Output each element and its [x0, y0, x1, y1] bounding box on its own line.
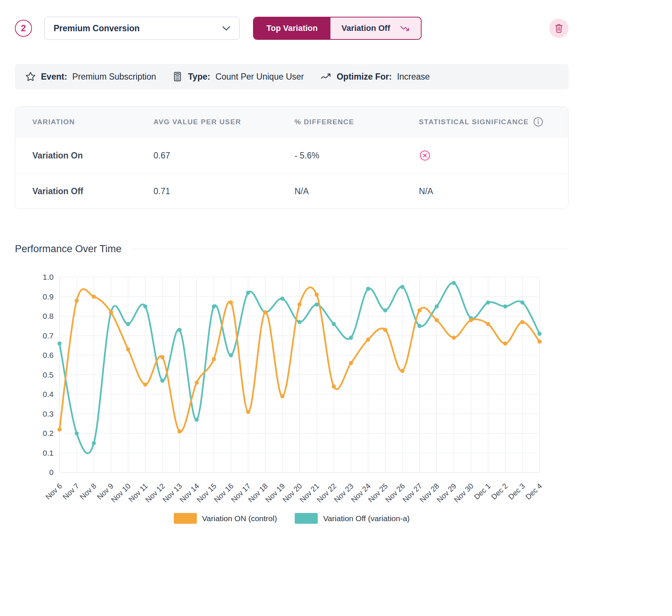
- svg-text:0.9: 0.9: [43, 292, 54, 301]
- chevron-down-icon: [222, 26, 230, 31]
- optimize-value: Increase: [397, 72, 430, 82]
- legend-label: Variation Off (variation-a): [323, 514, 410, 523]
- svg-text:0.1: 0.1: [43, 449, 54, 457]
- delete-metric-button[interactable]: [549, 19, 569, 38]
- column-header-avg-value: Avg Value Per User: [154, 107, 295, 137]
- trending-up-icon: [320, 72, 332, 81]
- svg-text:Nov 7: Nov 7: [61, 482, 81, 501]
- significance-cell: N/A: [419, 174, 568, 209]
- chart-legend: Variation ON (control) Variation Off (va…: [15, 513, 569, 524]
- summary-event: Event: Premium Subscription: [25, 71, 156, 82]
- metric-selector[interactable]: Premium Conversion: [44, 17, 240, 40]
- svg-text:1.0: 1.0: [43, 273, 54, 281]
- svg-text:Dec 3: Dec 3: [507, 482, 527, 501]
- legend-item-variation-on[interactable]: Variation ON (control): [174, 513, 277, 524]
- star-icon: [25, 71, 36, 82]
- optimize-label: Optimize For:: [337, 72, 392, 82]
- metric-summary-bar: Event: Premium Subscription Type: Count …: [15, 64, 569, 89]
- svg-text:0.3: 0.3: [43, 410, 54, 418]
- section-divider: [131, 249, 569, 249]
- column-header-significance: Statistical Significance: [419, 107, 568, 137]
- event-value: Premium Subscription: [72, 72, 156, 82]
- section-title: Performance Over Time: [15, 243, 122, 255]
- legend-swatch-teal: [295, 513, 318, 524]
- performance-chart: 00.10.20.30.40.50.60.70.80.91.0Nov 6Nov …: [15, 266, 569, 524]
- significance-cell: [419, 137, 568, 174]
- segment-variation-off[interactable]: Variation Off: [330, 17, 421, 39]
- svg-text:0.8: 0.8: [43, 312, 54, 320]
- svg-text:0.4: 0.4: [43, 390, 54, 398]
- svg-text:Dec 4: Dec 4: [524, 482, 544, 501]
- avg-value-cell: 0.67: [154, 137, 295, 174]
- calculator-icon: [172, 71, 183, 82]
- event-label: Event:: [41, 72, 67, 82]
- trending-down-icon: [400, 24, 410, 32]
- variation-segmented-control: Top Variation Variation Off: [253, 17, 422, 40]
- legend-swatch-orange: [174, 513, 197, 524]
- not-significant-x-circle-icon: [419, 150, 568, 161]
- type-label: Type:: [188, 72, 210, 82]
- svg-text:Nov 6: Nov 6: [44, 482, 64, 501]
- metric-toolbar: 2 Premium Conversion Top Variation Varia…: [15, 16, 569, 40]
- type-value: Count Per Unique User: [215, 72, 304, 82]
- info-icon[interactable]: [533, 117, 543, 127]
- segment-top-variation-label: Top Variation: [266, 23, 318, 33]
- summary-type: Type: Count Per Unique User: [172, 71, 304, 82]
- legend-item-variation-off[interactable]: Variation Off (variation-a): [295, 513, 410, 524]
- svg-text:0.5: 0.5: [43, 370, 54, 379]
- difference-cell: N/A: [294, 174, 419, 209]
- legend-label: Variation ON (control): [202, 514, 277, 523]
- summary-optimize: Optimize For: Increase: [320, 72, 430, 82]
- table-row-variation-on: Variation On 0.67 - 5.6%: [15, 137, 568, 174]
- chart-canvas: 00.10.20.30.40.50.60.70.80.91.0Nov 6Nov …: [15, 266, 569, 511]
- variation-name-cell: Variation Off: [15, 174, 154, 209]
- metric-selector-value: Premium Conversion: [54, 23, 140, 33]
- svg-text:0.7: 0.7: [43, 331, 54, 340]
- chart-section-header: Performance Over Time: [15, 243, 569, 255]
- variation-name-cell: Variation On: [15, 137, 154, 174]
- svg-text:Nov 10: Nov 10: [109, 482, 132, 504]
- table-row-variation-off: Variation Off 0.71 N/A N/A: [15, 174, 568, 209]
- results-table-card: Variation Avg Value Per User % Differenc…: [15, 106, 569, 209]
- svg-text:Dec 1: Dec 1: [473, 482, 492, 501]
- avg-value-cell: 0.71: [154, 174, 295, 209]
- results-header-row: Variation Avg Value Per User % Differenc…: [15, 107, 568, 137]
- trash-icon: [554, 23, 564, 33]
- svg-text:Nov 8: Nov 8: [78, 482, 98, 501]
- metric-panel: 2 Premium Conversion Top Variation Varia…: [0, 0, 569, 546]
- svg-text:Dec 2: Dec 2: [490, 482, 509, 501]
- svg-text:Nov 30: Nov 30: [452, 482, 475, 504]
- column-header-variation: Variation: [15, 107, 154, 137]
- segment-top-variation[interactable]: Top Variation: [254, 17, 330, 39]
- svg-text:0: 0: [49, 468, 54, 477]
- svg-text:0.2: 0.2: [43, 429, 54, 437]
- metric-index-badge: 2: [15, 20, 32, 37]
- results-table: Variation Avg Value Per User % Differenc…: [15, 107, 568, 209]
- column-header-significance-label: Statistical Significance: [419, 118, 529, 126]
- svg-text:0.6: 0.6: [43, 351, 54, 359]
- segment-variation-off-label: Variation Off: [342, 23, 390, 33]
- difference-cell: - 5.6%: [294, 137, 419, 174]
- column-header-difference: % Difference: [294, 107, 419, 137]
